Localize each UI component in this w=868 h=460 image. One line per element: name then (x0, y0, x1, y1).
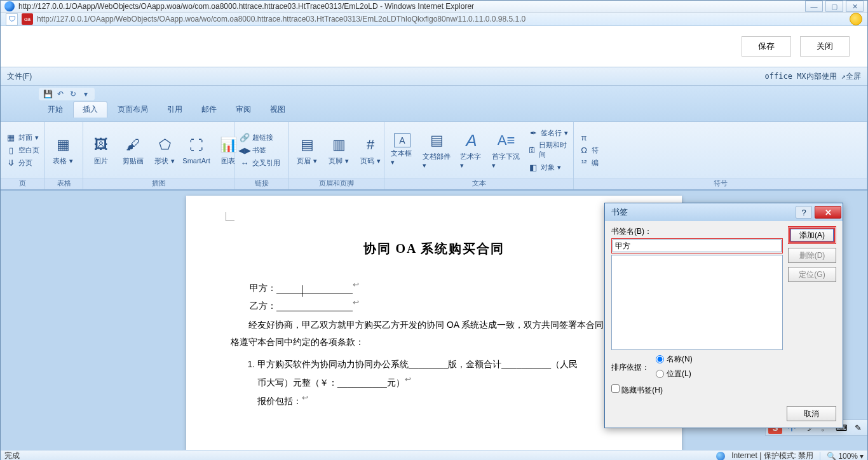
wordart-button[interactable]: A艺术字 ▾ (458, 129, 485, 171)
number-button[interactable]: ¹²编 (578, 157, 600, 168)
shapes-icon: ⬠ (154, 135, 175, 155)
group-label-page: 页 (1, 178, 44, 189)
textbox-icon: A (394, 133, 410, 147)
group-label-illustrations: 插图 (83, 178, 234, 189)
text-caret (302, 285, 302, 297)
hyperlink-button[interactable]: 🔗超链接 (238, 132, 281, 143)
close-button[interactable]: 关闭 (800, 36, 850, 57)
quickparts-icon: ▤ (427, 130, 447, 151)
save-button[interactable]: 保存 (742, 36, 791, 57)
party-b-row: 乙方：↩ (231, 298, 637, 312)
pagenumber-button[interactable]: #页码 ▾ (356, 133, 384, 167)
crossref-button[interactable]: ↔交叉引用 (238, 157, 281, 168)
save-icon[interactable]: 💾 (41, 88, 54, 100)
footer-button[interactable]: ▥页脚 ▾ (325, 133, 353, 167)
cover-page-icon: ▦ (6, 132, 16, 142)
add-bookmark-button[interactable]: 添加(A) (789, 227, 835, 243)
table-icon: ▦ (53, 135, 73, 155)
object-button[interactable]: ◧对象 ▾ (527, 161, 569, 173)
table-button[interactable]: ▦表格 ▾ (49, 133, 77, 167)
group-label-text: 文本 (384, 178, 573, 189)
tab-home[interactable]: 开始 (39, 102, 72, 118)
ie-logo-icon (4, 1, 15, 11)
cover-page-button[interactable]: ▦封面 ▾ (4, 132, 41, 143)
ribbon: ▦封面 ▾ ▯空白页 ⤋分页 页 ▦表格 ▾ 表格 🖼图片 (1, 121, 867, 190)
minimize-button[interactable]: — (805, 1, 823, 12)
shapes-button[interactable]: ⬠形状 ▾ (151, 133, 179, 167)
dropcap-button[interactable]: A≡首字下沉 ▾ (489, 129, 523, 171)
cancel-button[interactable]: 取消 (787, 406, 836, 421)
file-menu[interactable]: 文件(F) (7, 71, 32, 82)
undo-icon[interactable]: ↶ (54, 88, 67, 100)
footer-icon: ▥ (329, 135, 349, 155)
margin-marker-icon (226, 212, 234, 221)
page-break-icon: ⤋ (6, 158, 16, 168)
app-menu-band: 文件(F) office MX内部使用 ↗全屏 (1, 67, 867, 86)
tab-review[interactable]: 审阅 (227, 102, 260, 118)
globe-icon (716, 452, 725, 461)
compat-view-icon[interactable] (850, 13, 862, 25)
maximize-button[interactable]: ▢ (825, 1, 843, 12)
clipart-button[interactable]: 🖌剪贴画 (119, 133, 147, 167)
redo-icon[interactable]: ↻ (67, 88, 79, 100)
group-label-table: 表格 (45, 178, 83, 189)
doc-list-item-1: 甲方购买软件为协同动力协同办公系统________版，金额合计_________… (257, 356, 637, 410)
picture-button[interactable]: 🖼图片 (87, 133, 115, 167)
page-break-button[interactable]: ⤋分页 (4, 157, 41, 168)
bookmark-name-label: 书签名(B)： (611, 226, 783, 237)
window-close-button[interactable]: ✕ (846, 1, 864, 12)
status-zone: Internet | 保护模式: 禁用 (731, 450, 813, 460)
address-bar: 🛡 oa http://127.0.0.1/OAapp/WebObjects/O… (1, 13, 867, 26)
qat-dropdown-icon[interactable]: ▾ (79, 88, 92, 100)
bookmark-listbox[interactable] (611, 255, 783, 350)
goto-bookmark-button[interactable]: 定位(G) (788, 267, 836, 282)
datetime-icon: 🗓 (528, 145, 536, 155)
dialog-help-button[interactable]: ? (796, 206, 812, 219)
tab-pagelayout[interactable]: 页面布局 (109, 102, 157, 118)
crossref-icon: ↔ (240, 158, 250, 168)
textbox-button[interactable]: A文本框 ▾ (388, 132, 416, 168)
sort-location-radio[interactable]: 位置(L) (656, 369, 693, 379)
smartart-icon: ⛶ (186, 135, 207, 156)
bookmark-button[interactable]: ◀▶书签 (238, 144, 281, 156)
dialog-close-button[interactable]: ✕ (815, 206, 841, 219)
sort-name-radio[interactable]: 名称(N) (656, 354, 693, 365)
hyperlink-icon: 🔗 (240, 132, 250, 142)
header-icon: ▤ (297, 135, 317, 155)
delete-bookmark-button[interactable]: 删除(D) (788, 248, 836, 263)
smartart-button[interactable]: ⛶SmartArt (182, 134, 210, 166)
window-title: http://127.0.0.1/OAapp/WebObjects/OAapp.… (18, 2, 805, 11)
picture-icon: 🖼 (91, 135, 111, 155)
tab-references[interactable]: 引用 (158, 102, 191, 118)
hidden-bookmarks-checkbox[interactable]: 隐藏书签(H) (611, 384, 663, 396)
ie-titlebar: http://127.0.0.1/OAapp/WebObjects/OAapp.… (1, 1, 867, 13)
status-done: 完成 (4, 450, 20, 460)
url-text[interactable]: http://127.0.0.1/OAapp/WebObjects/OAapp.… (37, 15, 846, 24)
datetime-button[interactable]: 🗓日期和时间 (527, 140, 569, 160)
pagenumber-icon: # (360, 135, 381, 155)
blank-page-button[interactable]: ▯空白页 (4, 144, 41, 156)
signature-icon: ✒ (528, 128, 538, 138)
zoom-control[interactable]: 🔍 100% ▾ (827, 452, 864, 461)
page-action-bar: 保存 关闭 (1, 26, 867, 67)
bookmark-name-input[interactable] (613, 240, 782, 252)
dropcap-icon: A≡ (496, 130, 517, 151)
equation-button[interactable]: π (578, 132, 600, 143)
group-label-symbols: 符号 (574, 178, 867, 189)
quickparts-button[interactable]: ▤文档部件 ▾ (420, 129, 454, 171)
doc-para-1: 经友好协商，甲乙双方就甲方购买乙方开发的协同 OA 系统达成一致，双方共同签署本… (231, 316, 637, 350)
app-right-text[interactable]: office MX内部使用 ↗全屏 (765, 71, 861, 82)
dialog-titlebar[interactable]: 书签 ? ✕ (605, 203, 843, 221)
party-a-row: 甲方：↩ (231, 280, 637, 294)
group-label-links: 链接 (234, 178, 288, 189)
sort-by-label: 排序依据： (611, 362, 649, 373)
ribbon-tabs: 开始 插入 页面布局 引用 邮件 审阅 视图 (1, 101, 867, 118)
tab-mailings[interactable]: 邮件 (193, 102, 226, 118)
shield-icon[interactable]: 🛡 (6, 13, 18, 25)
tab-view[interactable]: 视图 (261, 102, 294, 118)
tab-insert[interactable]: 插入 (73, 101, 107, 118)
symbol-button[interactable]: Ω符 (578, 144, 600, 156)
signature-line-button[interactable]: ✒签名行 ▾ (527, 127, 569, 139)
ime-settings-icon[interactable]: ✎ (851, 421, 865, 434)
header-button[interactable]: ▤页眉 ▾ (293, 133, 321, 167)
